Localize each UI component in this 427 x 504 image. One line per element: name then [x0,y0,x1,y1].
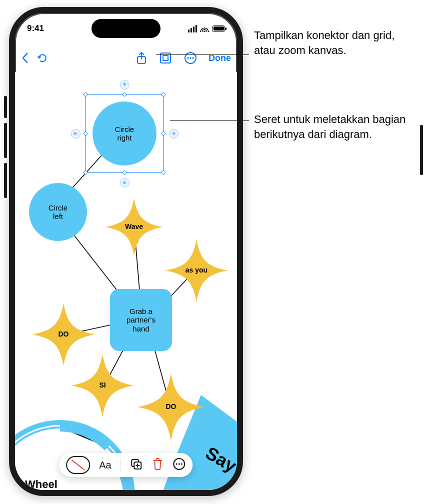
share-button[interactable] [136,51,148,65]
cellular-icon [188,25,198,32]
iphone-device-frame: 9:41 [9,7,243,496]
status-time: 9:41 [27,24,44,34]
divider [120,458,121,472]
star-label: DO [136,372,206,442]
center-square-node[interactable]: Grab a partner's hand [110,289,172,351]
node-label: Grab a partner's hand [126,307,156,333]
svg-point-20 [181,463,182,464]
wifi-icon [200,25,209,32]
svg-point-4 [187,57,188,58]
battery-icon [212,26,225,32]
volume-down-button [4,163,7,198]
circle-left-node[interactable]: Circle left [29,183,87,241]
star-label: SI [70,353,135,418]
star-label: Wave [104,197,164,257]
canvas[interactable]: Wheel Say [15,72,237,490]
star-as-you[interactable]: as you [164,238,229,303]
fill-toggle-button[interactable] [66,456,90,474]
back-button[interactable] [21,52,29,64]
node-label: Circle left [48,204,68,221]
duplicate-button[interactable] [130,458,143,472]
volume-switch [4,96,7,118]
callout-drag: Seret untuk meletakkan bagian berikutnya… [254,112,414,142]
more-button[interactable] [184,51,198,65]
grid-zoom-button[interactable] [158,51,172,65]
star-do-bottom[interactable]: DO [136,372,206,442]
circle-right-node[interactable]: Circle right [92,102,156,166]
connection-handle-bottom[interactable] [120,178,130,188]
connection-handle-left[interactable] [70,128,80,138]
top-toolbar: Done [15,46,237,70]
star-si[interactable]: SI [70,353,135,418]
text-style-button[interactable]: Aa [99,460,111,471]
connection-handle-top[interactable] [120,80,130,90]
svg-point-18 [176,463,178,464]
svg-rect-2 [163,56,168,60]
power-button [420,125,423,175]
svg-point-5 [190,57,191,58]
callout-grid: Tampilkan konektor dan grid, atau zoom k… [254,28,414,58]
svg-point-19 [178,463,180,464]
svg-point-6 [192,57,194,58]
shape-more-button[interactable] [173,458,186,472]
undo-button[interactable] [36,52,49,64]
star-wave[interactable]: Wave [104,197,164,257]
callout-line-drag [170,120,249,121]
dynamic-island [92,19,160,38]
star-label: as you [164,238,229,303]
screen: 9:41 [15,13,237,490]
shape-toolbar: Aa [59,453,192,477]
delete-button[interactable] [152,458,164,472]
callout-line-grid [156,54,249,55]
node-label: Circle right [115,125,134,142]
connection-handle-right[interactable] [168,128,178,138]
volume-up-button [4,123,7,158]
